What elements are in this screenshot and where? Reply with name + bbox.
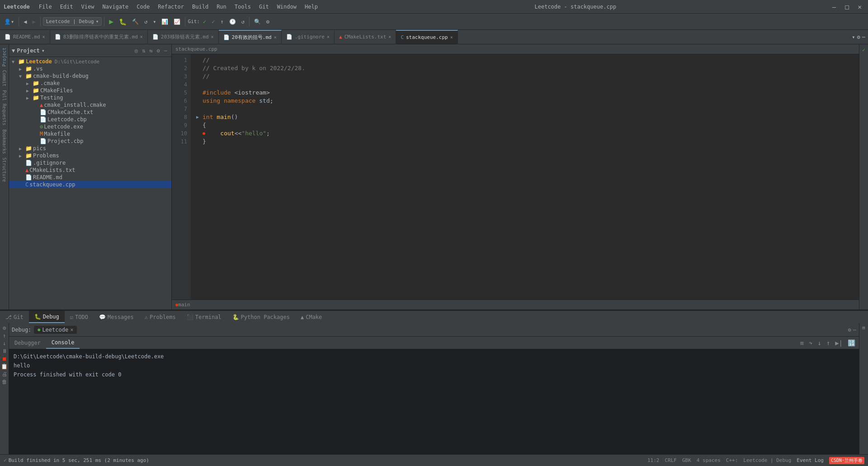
debug-session-tab[interactable]: ● Leetcode × bbox=[34, 326, 77, 334]
tab-stackqueue-close[interactable]: × bbox=[450, 35, 453, 40]
minimize-button[interactable]: – bbox=[830, 3, 839, 10]
git-update-button[interactable]: ↑ bbox=[218, 17, 226, 26]
tab-83[interactable]: 📄 83删除排序链表中的重复元素.md × bbox=[50, 30, 148, 44]
tree-stackqueue[interactable]: ▶ C stackqueue.cpp bbox=[9, 181, 171, 188]
structure-icon[interactable]: Structure bbox=[0, 156, 8, 183]
search-button[interactable]: 🔍 bbox=[252, 17, 263, 26]
debug-settings-icon[interactable]: ⚙ bbox=[3, 325, 6, 331]
reload-button[interactable]: ↺ bbox=[142, 17, 150, 26]
debug-trash-icon[interactable]: 🗑 bbox=[2, 379, 7, 385]
debug-tool-step-into-icon[interactable]: ↓ bbox=[816, 338, 823, 347]
debug-tool-align-icon[interactable]: ≡ bbox=[798, 338, 805, 347]
event-log-link[interactable]: Event Log bbox=[797, 457, 824, 463]
project-icon[interactable]: Project bbox=[0, 46, 8, 68]
tree-project-cbp[interactable]: ▶ 📄 Project.cbp bbox=[9, 138, 171, 145]
bookmarks-icon[interactable]: Bookmarks bbox=[0, 128, 8, 155]
more-run-button[interactable]: ▾ bbox=[151, 17, 158, 26]
tree-cmake-sub[interactable]: ▶ 📁 .cmake bbox=[9, 80, 171, 87]
tree-makefile[interactable]: ▶ M Makefile bbox=[9, 130, 171, 138]
debug-tool-step-over-icon[interactable]: ↷ bbox=[807, 338, 814, 347]
debug-up-icon[interactable]: ↑ bbox=[3, 333, 6, 339]
tab-more-icon[interactable]: ⋯ bbox=[862, 34, 865, 40]
status-indent[interactable]: 4 spaces bbox=[697, 457, 721, 463]
git-push-button[interactable]: ✓ bbox=[209, 17, 217, 26]
git-commit-button[interactable]: ✓ bbox=[201, 17, 208, 26]
debug-tool-run-cursor-icon[interactable]: ▶| bbox=[833, 338, 844, 347]
menu-build[interactable]: Build bbox=[189, 3, 212, 11]
tab-20[interactable]: 📄 20有效的括号.md × bbox=[219, 30, 282, 44]
debugger-tab[interactable]: Debugger bbox=[9, 337, 46, 349]
tree-testing[interactable]: ▶ 📁 Testing bbox=[9, 94, 171, 101]
menu-tools[interactable]: Tools bbox=[231, 3, 255, 11]
tab-stackqueue[interactable]: C stackqueue.cpp × bbox=[396, 30, 458, 44]
coverage-button[interactable]: 📊 bbox=[159, 17, 170, 26]
debug-button[interactable]: 🐛 bbox=[117, 17, 129, 27]
tab-cmakelists-close[interactable]: × bbox=[388, 34, 391, 39]
project-settings-icon[interactable]: ⚙ bbox=[156, 47, 161, 54]
tab-203-close[interactable]: × bbox=[211, 34, 214, 39]
tab-readme[interactable]: 📄 README.md × bbox=[0, 30, 50, 44]
tree-leetcode-exe[interactable]: ▶ ⚙ Leetcode.exe bbox=[9, 123, 171, 130]
project-dropdown-icon[interactable]: ▼ bbox=[12, 48, 15, 54]
tab-settings-icon[interactable]: ⚙ bbox=[857, 34, 860, 40]
menu-run[interactable]: Run bbox=[213, 3, 230, 11]
tab-cmake[interactable]: ▲ CMake bbox=[295, 311, 327, 323]
debug-stop-icon[interactable]: ■ bbox=[3, 356, 6, 362]
tab-git[interactable]: ⎇ Git bbox=[0, 311, 29, 323]
code-editor[interactable]: // // Created by k on 2022/2/28. // #i bbox=[191, 54, 859, 300]
back-button[interactable]: ◀ bbox=[21, 17, 29, 26]
status-config[interactable]: Leetcode | Debug bbox=[743, 457, 791, 463]
tab-20-close[interactable]: × bbox=[274, 35, 277, 40]
tab-terminal[interactable]: ⬛ Terminal bbox=[181, 311, 227, 323]
account-button[interactable]: 👤▾ bbox=[2, 17, 16, 26]
maximize-button[interactable]: □ bbox=[842, 3, 851, 10]
tree-leetcode-cbp[interactable]: ▶ 📄 Leetcode.cbp bbox=[9, 116, 171, 123]
tab-cmakelists[interactable]: ▲ CMakeLists.txt × bbox=[335, 30, 396, 44]
status-language[interactable]: C++: bbox=[726, 457, 738, 463]
tab-203[interactable]: 📄 203移除链表元素.md × bbox=[148, 30, 219, 44]
menu-navigate[interactable]: Navigate bbox=[99, 3, 132, 11]
project-expand-icon[interactable]: ⇅ bbox=[141, 47, 146, 54]
tree-readme[interactable]: ▶ 📄 README.md bbox=[9, 174, 171, 181]
tab-dropdown-icon[interactable]: ▾ bbox=[852, 34, 855, 40]
pull-requests-icon[interactable]: Pull Requests bbox=[0, 89, 8, 127]
debug-down-icon[interactable]: ↓ bbox=[3, 340, 6, 347]
menu-refactor[interactable]: Refactor bbox=[154, 3, 188, 11]
tree-gitignore[interactable]: ▶ 📄 .gitignore bbox=[9, 159, 171, 166]
close-button[interactable]: ✕ bbox=[855, 3, 864, 10]
settings-button[interactable]: ⚙ bbox=[264, 17, 272, 26]
project-config-combo[interactable]: Leetcode | Debug ▾ bbox=[43, 17, 102, 26]
status-line-ending[interactable]: CRLF bbox=[665, 457, 677, 463]
status-position[interactable]: 11:2 bbox=[647, 457, 660, 463]
tab-todo[interactable]: ☑ TODO bbox=[65, 311, 94, 323]
tree-problems[interactable]: ▶ 📁 Problems bbox=[9, 152, 171, 159]
tab-gitignore-close[interactable]: × bbox=[327, 34, 330, 39]
tab-debug[interactable]: 🐛 Debug bbox=[29, 311, 65, 323]
project-locate-icon[interactable]: ◎ bbox=[133, 47, 139, 54]
menu-edit[interactable]: Edit bbox=[57, 3, 77, 11]
menu-window[interactable]: Window bbox=[274, 3, 300, 11]
tab-messages[interactable]: 💬 Messages bbox=[94, 311, 139, 323]
tab-python-packages[interactable]: 🐍 Python Packages bbox=[227, 311, 295, 323]
debug-tool-eval-icon[interactable]: 🔢 bbox=[846, 338, 857, 347]
project-collapse-icon[interactable]: ⇆ bbox=[148, 47, 154, 54]
tree-cmake-cache[interactable]: ▶ 📄 CMakeCache.txt bbox=[9, 109, 171, 116]
fold-8[interactable]: ▶ bbox=[196, 113, 202, 121]
tree-cmake-install[interactable]: ▶ ▲ cmake_install.cmake bbox=[9, 101, 171, 109]
run-button[interactable]: ▶ bbox=[107, 16, 116, 27]
project-minimize-icon[interactable]: — bbox=[163, 47, 169, 54]
debug-session-close[interactable]: × bbox=[70, 327, 73, 333]
tree-cmake-files[interactable]: ▶ 📁 CMakeFiles bbox=[9, 87, 171, 94]
git-history-button[interactable]: 🕐 bbox=[227, 17, 238, 26]
debug-panel-minimize-icon[interactable]: — bbox=[853, 327, 856, 333]
tab-gitignore[interactable]: 📄 .gitignore × bbox=[282, 30, 335, 44]
debug-tool-step-out-icon[interactable]: ↑ bbox=[825, 338, 832, 347]
profile-button[interactable]: 📈 bbox=[171, 17, 183, 26]
forward-button[interactable]: ▶ bbox=[30, 17, 38, 26]
tab-83-close[interactable]: × bbox=[140, 34, 143, 39]
commit-icon[interactable]: Commit bbox=[0, 69, 8, 88]
console-tab[interactable]: Console bbox=[46, 337, 80, 349]
debug-view-icon[interactable]: 📋 bbox=[1, 363, 8, 370]
debug-pause-icon[interactable]: ⏸ bbox=[2, 348, 7, 354]
tab-readme-close[interactable]: × bbox=[42, 34, 45, 39]
